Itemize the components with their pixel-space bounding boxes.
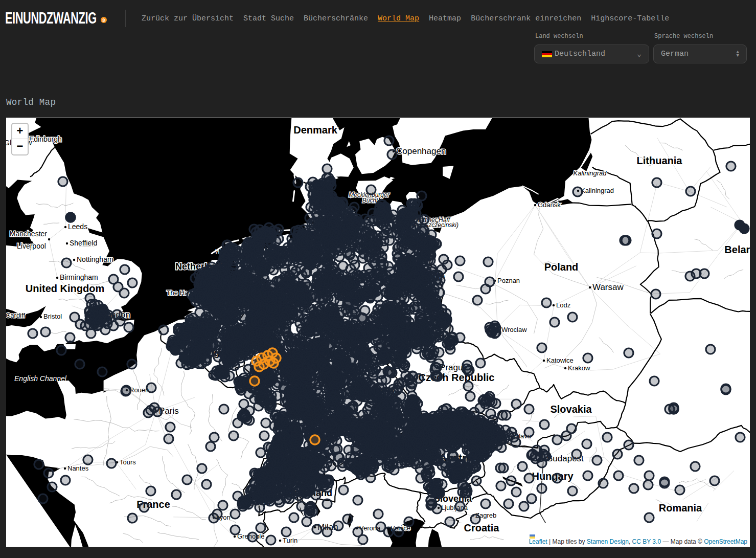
svg-text:Slovakia: Slovakia (550, 404, 592, 415)
svg-text:Romania: Romania (659, 502, 702, 514)
svg-text:Bay of Biscay: Bay of Biscay (6, 520, 23, 528)
svg-text:Turin: Turin (283, 537, 297, 544)
svg-text:Belarus: Belarus (724, 244, 750, 255)
svg-text:Sheffield: Sheffield (70, 239, 97, 247)
svg-text:Nantes: Nantes (67, 464, 89, 472)
svg-text:Bristol: Bristol (43, 313, 62, 320)
svg-text:Wroclaw: Wroclaw (501, 326, 527, 333)
svg-text:Katowice: Katowice (546, 356, 574, 364)
svg-text:Croatia: Croatia (464, 522, 500, 533)
svg-text:Kaliningrad: Kaliningrad (581, 187, 614, 194)
svg-text:Lodz: Lodz (556, 301, 570, 309)
svg-text:Poland: Poland (544, 261, 579, 273)
svg-text:Manchester: Manchester (10, 230, 47, 238)
svg-text:Liverpool: Liverpool (17, 242, 46, 250)
svg-text:Lithuania: Lithuania (637, 155, 683, 166)
svg-text:Copenhagen: Copenhagen (396, 146, 446, 156)
svg-text:Edinburgh: Edinburgh (29, 135, 62, 143)
svg-text:Birmingham: Birmingham (60, 273, 98, 281)
svg-text:Warsaw: Warsaw (592, 282, 624, 292)
svg-text:Czech Republic: Czech Republic (419, 372, 495, 383)
svg-text:Denmark: Denmark (293, 124, 337, 136)
svg-text:Cardiff: Cardiff (6, 311, 25, 319)
svg-text:Bucht: Bucht (362, 197, 378, 204)
svg-text:Nottingham: Nottingham (77, 255, 113, 263)
svg-text:Gdansk: Gdansk (538, 201, 561, 209)
svg-text:Tours: Tours (120, 458, 136, 466)
svg-text:Krakow: Krakow (568, 364, 590, 372)
svg-text:Poznan: Poznan (497, 277, 520, 284)
svg-text:English Channel: English Channel (14, 374, 67, 383)
svg-text:Kaliningrad: Kaliningrad (573, 169, 607, 177)
svg-text:United Kingdom: United Kingdom (26, 283, 104, 294)
svg-text:Leeds: Leeds (68, 222, 87, 231)
